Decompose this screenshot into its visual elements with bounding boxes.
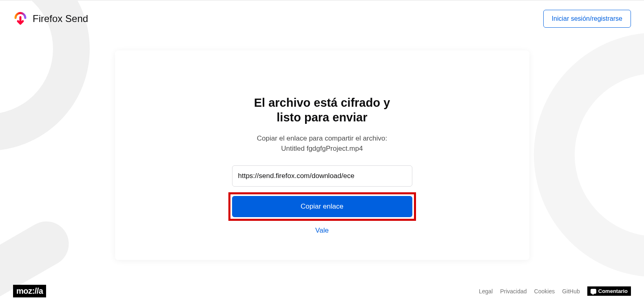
footer-link-privacy[interactable]: Privacidad <box>500 288 527 295</box>
firefox-send-icon <box>13 11 28 26</box>
highlight-annotation: Copiar enlace <box>228 192 416 221</box>
header: Firefox Send Iniciar sesión/registrarse <box>0 0 644 37</box>
signin-button[interactable]: Iniciar sesión/registrarse <box>543 10 631 28</box>
subtext-filename: Untitled fgdgfgProject.mp4 <box>281 145 363 152</box>
share-card: El archivo está cifrado y listo para env… <box>115 51 529 260</box>
title-line2: listo para enviar <box>277 111 367 124</box>
footer: moz://a Legal Privacidad Cookies GitHub … <box>13 285 631 297</box>
mozilla-logo[interactable]: moz://a <box>13 285 46 297</box>
brand-second: Send <box>65 13 88 24</box>
title-line1: El archivo está cifrado y <box>254 96 390 109</box>
card-title: El archivo está cifrado y listo para env… <box>254 95 390 125</box>
footer-link-cookies[interactable]: Cookies <box>534 288 555 295</box>
ok-link[interactable]: Vale <box>315 227 329 235</box>
footer-link-legal[interactable]: Legal <box>479 288 493 295</box>
footer-right: Legal Privacidad Cookies GitHub Comentar… <box>479 286 631 296</box>
copy-link-button[interactable]: Copiar enlace <box>232 196 412 217</box>
feedback-button[interactable]: Comentario <box>587 286 631 296</box>
logo-text: Firefox Send <box>33 13 88 24</box>
brand-first: Firefox <box>33 13 62 24</box>
subtext-line1: Copiar el enlace para compartir el archi… <box>257 134 387 142</box>
card-subtext: Copiar el enlace para compartir el archi… <box>257 133 387 154</box>
feedback-label: Comentario <box>598 288 628 294</box>
chat-icon <box>591 289 596 294</box>
bg-decoration <box>534 33 644 277</box>
logo[interactable]: Firefox Send <box>13 11 88 26</box>
share-url-input[interactable] <box>232 165 412 187</box>
footer-link-github[interactable]: GitHub <box>562 288 580 295</box>
